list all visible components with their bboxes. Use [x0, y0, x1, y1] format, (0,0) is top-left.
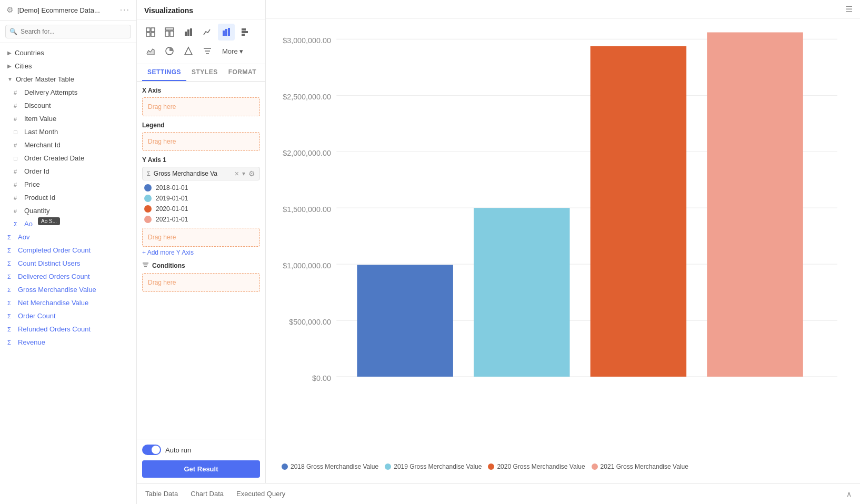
pie-viz-btn[interactable] [161, 43, 178, 59]
area-viz-btn[interactable] [142, 43, 159, 59]
filter-viz-btn[interactable] [199, 43, 216, 59]
svg-text:$0.00: $0.00 [312, 374, 331, 382]
bar-2021[interactable] [707, 32, 803, 376]
svg-rect-2 [146, 33, 150, 36]
svg-rect-0 [146, 28, 150, 32]
column-viz-btn[interactable] [218, 24, 235, 41]
sigma-icon: Σ [14, 221, 21, 227]
sidebar-item-order-created-date[interactable]: □ Order Created Date [6, 152, 136, 165]
table-viz-btn[interactable] [142, 24, 159, 41]
chart-menu-button[interactable]: ☰ [845, 4, 853, 14]
legend-item-2018: 2018 Gross Merchandise Value [282, 463, 378, 470]
sigma-chip-icon: Σ [147, 170, 151, 177]
svg-rect-12 [228, 28, 230, 36]
sidebar-item-delivery-attempts[interactable]: # Delivery Attempts [6, 86, 136, 99]
sidebar-item-delivered-orders-count[interactable]: Σ Delivered Orders Count [0, 270, 136, 283]
legend-label-2021: 2021 Gross Merchandise Value [601, 463, 688, 470]
gmv-chip-label: Gross Merchandise Va [154, 170, 232, 177]
chip-expand-btn[interactable]: ▾ [242, 170, 245, 177]
top-panel: Visualizations [137, 0, 860, 483]
auto-run-toggle[interactable] [142, 445, 161, 455]
add-y-axis-button[interactable]: + Add more Y Axis [142, 249, 194, 256]
refunded-orders-count-label: Refunded Orders Count [18, 325, 129, 333]
revenue-label: Revenue [18, 338, 129, 346]
get-result-button[interactable]: Get Result [142, 460, 260, 478]
line-viz-btn[interactable] [199, 24, 216, 41]
sidebar: ⚙ [Demo] Ecommerce Data... ··· 🔍 ▶ Count… [0, 0, 137, 504]
horizontal-bar-viz-btn[interactable] [237, 24, 254, 41]
search-icon: 🔍 [9, 28, 17, 35]
sidebar-item-order-id[interactable]: # Order Id [6, 165, 136, 178]
y-axis-drag-zone[interactable]: Drag here [142, 228, 260, 247]
order-master-caret: ▼ [7, 76, 13, 82]
sidebar-item-gross-merchandise-value[interactable]: Σ Gross Merchandise Value [0, 283, 136, 296]
more-button[interactable]: More ▾ [218, 45, 247, 57]
svg-rect-13 [242, 28, 246, 31]
conditions-drag-zone[interactable]: Drag here [142, 273, 260, 292]
filter-icon [142, 261, 149, 270]
x-axis-drag-zone[interactable]: Drag here [142, 97, 260, 116]
sigma-icon: Σ [7, 300, 15, 306]
series-label-2018: 2018-01-01 [156, 184, 188, 191]
gmv-chip[interactable]: Σ Gross Merchandise Va × ▾ ⚙ [142, 167, 260, 180]
bottom-bar: Table Data Chart Data Executed Query ∧ [137, 483, 860, 504]
bar-2019[interactable] [474, 208, 570, 377]
sidebar-item-product-id[interactable]: # Product Id [6, 191, 136, 204]
expand-icon[interactable]: ∧ [846, 490, 852, 498]
sidebar-list: ▶ Countries ▶ Cities ▼ Order Master Tabl… [0, 43, 136, 504]
tab-chart-data[interactable]: Chart Data [191, 488, 224, 500]
bar-2018[interactable] [357, 265, 453, 376]
sidebar-item-order-count[interactable]: Σ Order Count [0, 309, 136, 322]
order-master-label: Order Master Table [16, 75, 74, 83]
sidebar-item-order-master-table[interactable]: ▼ Order Master Table [0, 73, 136, 86]
sidebar-item-completed-order-count[interactable]: Σ Completed Order Count [0, 244, 136, 257]
y-axis-1-title: Y Axis 1 [142, 156, 260, 164]
tab-styles[interactable]: STYLES [186, 64, 223, 81]
more-label: More [222, 47, 238, 55]
sidebar-more-button[interactable]: ··· [120, 5, 130, 15]
legend-drag-zone[interactable]: Drag here [142, 132, 260, 151]
chip-remove-btn[interactable]: × [235, 169, 239, 178]
sidebar-item-net-merchandise-value[interactable]: Σ Net Merchandise Value [0, 296, 136, 309]
order-id-label: Order Id [24, 167, 129, 175]
sidebar-item-item-value[interactable]: # Item Value [6, 112, 136, 125]
y-axis-1-section: Y Axis 1 Σ Gross Merchandise Va × ▾ ⚙ 20… [142, 156, 260, 256]
svg-rect-10 [223, 31, 225, 36]
hash-icon: # [14, 195, 21, 201]
chip-config-btn[interactable]: ⚙ [248, 169, 255, 178]
sidebar-item-countries[interactable]: ▶ Countries [0, 46, 136, 59]
x-axis-section: X Axis Drag here [142, 87, 260, 116]
search-input[interactable] [5, 25, 131, 38]
pivot-viz-btn[interactable] [161, 24, 178, 41]
bar-2020[interactable] [591, 46, 687, 377]
sigma-icon: Σ [7, 287, 15, 293]
sidebar-item-quantity[interactable]: # Quantity [6, 204, 136, 217]
tab-executed-query[interactable]: Executed Query [236, 488, 285, 500]
sidebar-item-price[interactable]: # Price [6, 178, 136, 191]
last-month-label: Last Month [24, 128, 129, 136]
sidebar-item-refunded-orders-count[interactable]: Σ Refunded Orders Count [0, 322, 136, 336]
tab-settings[interactable]: SETTINGS [142, 64, 186, 81]
series-dot-2019 [144, 195, 152, 202]
sidebar-item-aov[interactable]: Σ Aov [0, 230, 136, 244]
sigma-icon: Σ [7, 326, 15, 332]
sidebar-item-revenue[interactable]: Σ Revenue [0, 336, 136, 349]
merchant-id-label: Merchant Id [24, 141, 129, 149]
sidebar-item-merchant-id[interactable]: # Merchant Id [6, 138, 136, 152]
svg-rect-9 [190, 28, 192, 36]
sidebar-item-last-month[interactable]: □ Last Month [6, 125, 136, 138]
tab-format[interactable]: FORMAT [223, 64, 262, 81]
triangle-viz-btn[interactable] [180, 43, 197, 59]
viz-settings-content: X Axis Drag here Legend Drag here Y Axis… [137, 82, 265, 439]
sidebar-item-discount[interactable]: # Discount [6, 99, 136, 112]
sidebar-item-cities[interactable]: ▶ Cities [0, 59, 136, 73]
tab-table-data[interactable]: Table Data [145, 488, 178, 500]
viz-footer: Auto run Get Result [137, 439, 265, 483]
sidebar-item-count-distinct-users[interactable]: Σ Count Distinct Users [0, 257, 136, 270]
sidebar-item-ao[interactable]: Σ Ao Ao S... [6, 217, 136, 230]
bar-viz-btn[interactable] [180, 24, 197, 41]
legend-item-2019: 2019 Gross Merchandise Value [385, 463, 482, 470]
hash-icon: # [14, 208, 21, 214]
ao-label: Ao [24, 220, 129, 228]
gross-merchandise-value-label: Gross Merchandise Value [18, 286, 129, 294]
